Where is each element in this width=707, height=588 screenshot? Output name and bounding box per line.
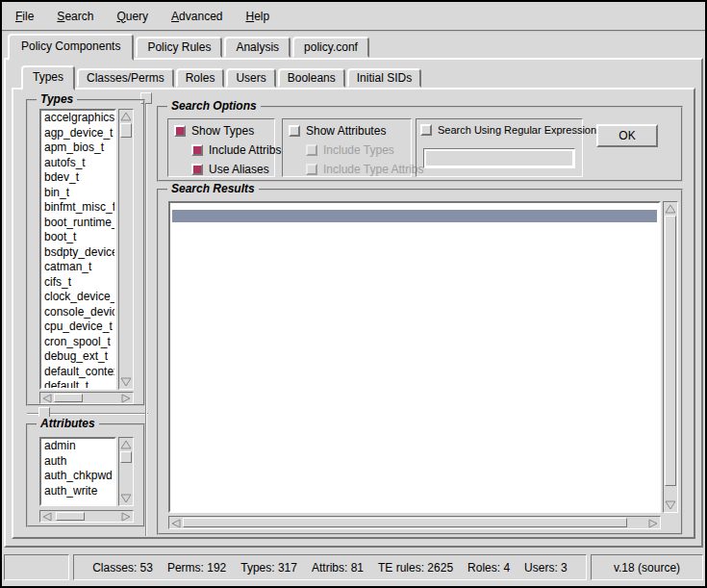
stat-classes: Classes: 53 <box>92 561 153 575</box>
types-frame: Types accelgraphics_e agp_device_t apm_b… <box>26 99 145 406</box>
list-item[interactable]: agp_device_t <box>41 126 114 141</box>
scroll-down-icon[interactable] <box>665 499 676 511</box>
stat-users: Users: 3 <box>524 561 568 575</box>
scroll-left-icon[interactable] <box>41 393 53 403</box>
show-types-checkbox[interactable]: Show Types <box>174 124 254 138</box>
ok-button[interactable]: OK <box>596 124 658 147</box>
list-item[interactable]: autofs_t <box>41 156 114 171</box>
list-item[interactable]: auth_chkpwd <box>41 469 114 484</box>
types-vscrollbar[interactable] <box>118 109 134 390</box>
scrollbar-thumb[interactable] <box>54 394 83 402</box>
list-item[interactable]: auth <box>41 454 114 470</box>
list-item[interactable]: boot_runtime_t <box>41 216 114 231</box>
checkbox-indicator[interactable] <box>191 144 203 156</box>
stat-te-rules: TE rules: 2625 <box>378 561 453 575</box>
regex-checkbox[interactable]: Search Using Regular Expression <box>420 123 596 137</box>
list-item[interactable]: debug_ext_t <box>41 349 114 365</box>
checkbox-indicator[interactable] <box>420 124 432 136</box>
list-item[interactable]: boot_t <box>41 230 114 245</box>
search-options-frame: Search Options Show Types Include Attrib… <box>157 106 683 182</box>
list-item[interactable]: cron_spool_t <box>41 335 114 350</box>
scroll-up-icon[interactable] <box>120 439 132 450</box>
status-left-box <box>4 554 69 580</box>
types-options-group: Show Types Include Attribs Use Aliases <box>167 118 275 177</box>
list-item[interactable]: clock_device_t <box>41 290 114 305</box>
scroll-right-icon[interactable] <box>647 518 659 529</box>
menu-bar: File Search Query Advanced Help <box>2 2 705 32</box>
tab-policy-components[interactable]: Policy Components <box>8 34 134 61</box>
status-version: v.18 (source) <box>591 554 703 580</box>
app-window: File Search Query Advanced Help Policy C… <box>0 0 707 588</box>
use-aliases-checkbox[interactable]: Use Aliases <box>191 163 269 176</box>
results-hscrollbar[interactable] <box>168 516 661 529</box>
types-listbox[interactable]: accelgraphics_e agp_device_t apm_bios_t … <box>39 109 116 390</box>
list-item[interactable]: console_device_ <box>41 305 114 320</box>
scroll-down-icon[interactable] <box>120 376 132 388</box>
search-results-frame: Search Results <box>157 189 683 535</box>
regex-input[interactable] <box>423 148 575 168</box>
attributes-vscrollbar[interactable] <box>118 437 134 506</box>
stat-roles: Roles: 4 <box>467 561 510 575</box>
list-item[interactable]: cifs_t <box>41 275 114 291</box>
list-item[interactable]: bin_t <box>41 186 114 201</box>
types-hscrollbar[interactable] <box>39 392 134 404</box>
attributes-options-group: Show Attributes Include Types Include Ty… <box>282 118 412 177</box>
regex-group: Search Using Regular Expression <box>416 118 583 177</box>
list-item[interactable]: cpu_device_t <box>41 320 114 335</box>
scrollbar-thumb[interactable] <box>183 518 627 527</box>
menu-help[interactable]: Help <box>243 8 271 25</box>
scroll-down-icon[interactable] <box>120 493 132 504</box>
checkbox-indicator[interactable] <box>289 125 300 137</box>
attributes-hscrollbar[interactable] <box>39 510 134 523</box>
checkbox-indicator <box>306 164 317 175</box>
scrollbar-thumb[interactable] <box>665 216 676 486</box>
results-text-area[interactable] <box>168 201 661 513</box>
include-types-checkbox: Include Types <box>306 143 394 157</box>
stat-perms: Perms: 192 <box>167 561 226 575</box>
show-attributes-checkbox[interactable]: Show Attributes <box>289 124 386 138</box>
tab-analysis[interactable]: Analysis <box>224 37 290 58</box>
list-item[interactable]: accelgraphics_e <box>41 111 114 126</box>
search-results-title: Search Results <box>167 182 259 195</box>
vertical-sash[interactable] <box>145 92 147 536</box>
selected-line <box>172 210 657 222</box>
list-item[interactable]: catman_t <box>41 260 114 275</box>
scrollbar-thumb[interactable] <box>120 451 132 463</box>
search-options-title: Search Options <box>167 99 261 113</box>
include-type-attribs-checkbox: Include Type Attribs <box>306 163 424 176</box>
scroll-right-icon[interactable] <box>120 511 132 522</box>
checkbox-indicator[interactable] <box>174 125 186 137</box>
results-vscrollbar[interactable] <box>663 201 678 513</box>
tab-policy-rules[interactable]: Policy Rules <box>136 37 222 58</box>
list-item[interactable]: auth_write <box>41 484 114 499</box>
list-item[interactable]: apm_bios_t <box>41 141 114 156</box>
status-stats: Classes: 53 Perms: 192 Types: 317 Attrib… <box>73 554 587 580</box>
scroll-left-icon[interactable] <box>41 511 53 522</box>
tab-types[interactable]: Types <box>21 65 75 90</box>
scrollbar-thumb[interactable] <box>56 512 85 521</box>
attributes-listbox[interactable]: admin auth auth_chkpwd auth_write <box>39 437 116 506</box>
list-item[interactable]: bdev_t <box>41 170 114 186</box>
scrollbar-thumb[interactable] <box>120 123 132 138</box>
menu-advanced[interactable]: Advanced <box>169 8 224 25</box>
checkbox-indicator[interactable] <box>191 164 203 175</box>
list-item[interactable]: binfmt_misc_fs <box>41 200 114 216</box>
list-item[interactable]: bsdpty_device_ <box>41 245 114 261</box>
scroll-up-icon[interactable] <box>665 203 676 215</box>
list-item[interactable]: admin <box>41 439 114 454</box>
menu-query[interactable]: Query <box>114 8 150 25</box>
checkbox-indicator <box>306 144 317 156</box>
include-attribs-checkbox[interactable]: Include Attribs <box>191 143 281 157</box>
scroll-left-icon[interactable] <box>170 518 182 529</box>
stat-types: Types: 317 <box>240 561 297 575</box>
scroll-up-icon[interactable] <box>120 111 132 122</box>
tab-policy-conf[interactable]: policy.conf <box>292 37 369 58</box>
list-item[interactable]: default_context <box>41 365 114 380</box>
scroll-right-icon[interactable] <box>120 393 132 403</box>
stat-attribs: Attribs: 81 <box>312 561 364 575</box>
list-item-partial[interactable]: default_t <box>41 379 114 390</box>
menu-search[interactable]: Search <box>55 8 95 25</box>
types-frame-title: Types <box>37 92 77 106</box>
attributes-frame-title: Attributes <box>37 417 99 430</box>
menu-file[interactable]: File <box>13 8 36 25</box>
